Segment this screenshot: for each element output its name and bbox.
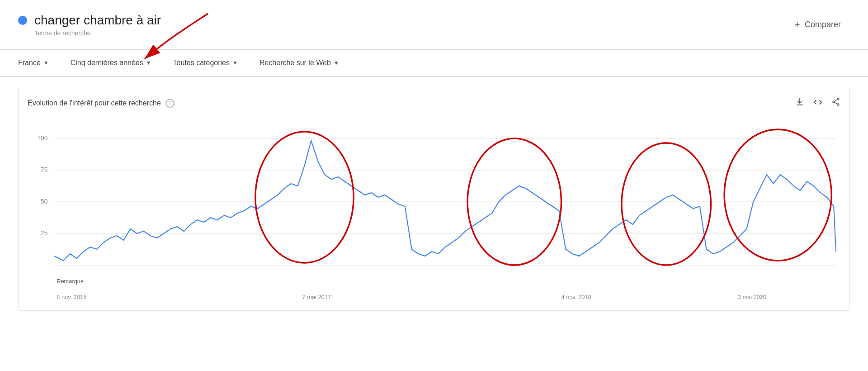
chart-header: Évolution de l'intérêt pour cette recher…	[28, 97, 840, 109]
chevron-down-icon: ▼	[43, 60, 49, 66]
chevron-down-icon: ▼	[146, 60, 151, 66]
svg-text:75: 75	[41, 166, 48, 173]
svg-text:7 mai 2017: 7 mai 2017	[302, 294, 331, 300]
compare-button[interactable]: + Comparer	[785, 14, 850, 35]
search-term-main: changer chambre à air	[34, 13, 161, 28]
download-button[interactable]	[795, 97, 804, 109]
content-section: Évolution de l'intérêt pour cette recher…	[0, 77, 868, 311]
trend-chart: 100 75 50 25 8 nov. 2015 7 mai 2017 4 no…	[28, 116, 840, 306]
svg-point-3	[833, 101, 835, 103]
chevron-down-icon: ▼	[334, 60, 339, 66]
help-icon[interactable]: ?	[165, 99, 175, 108]
svg-point-2	[837, 104, 839, 105]
compare-label: Comparer	[805, 20, 841, 29]
filter-country[interactable]: France ▼	[18, 56, 57, 70]
chart-card: Évolution de l'intérêt pour cette recher…	[18, 88, 850, 311]
chart-title-area: Évolution de l'intérêt pour cette recher…	[28, 99, 175, 108]
svg-text:50: 50	[41, 198, 48, 205]
filter-bar: France ▼ Cinq dernières années ▼ Toutes …	[0, 50, 868, 77]
filter-period-label: Cinq dernières années	[71, 59, 143, 67]
filter-category[interactable]: Toutes catégories ▼	[173, 56, 246, 70]
chart-title: Évolution de l'intérêt pour cette recher…	[28, 99, 161, 107]
svg-text:4 nov. 2018: 4 nov. 2018	[561, 294, 591, 300]
svg-text:25: 25	[41, 229, 48, 237]
svg-point-1	[837, 98, 839, 100]
embed-button[interactable]	[813, 97, 822, 109]
svg-line-5	[835, 102, 837, 104]
compare-plus-icon: +	[794, 19, 800, 31]
share-button[interactable]	[831, 97, 840, 109]
chevron-down-icon: ▼	[232, 60, 238, 66]
filter-country-label: France	[18, 59, 41, 67]
svg-text:Remarque: Remarque	[57, 278, 84, 285]
header-section: changer chambre à air Terme de recherche…	[0, 0, 868, 50]
svg-text:100: 100	[37, 134, 47, 142]
svg-line-4	[835, 100, 837, 101]
search-term-area: changer chambre à air Terme de recherche	[18, 13, 785, 37]
chart-area: 100 75 50 25 8 nov. 2015 7 mai 2017 4 no…	[28, 116, 840, 306]
filter-search-type-label: Recherche sur le Web	[259, 59, 331, 67]
search-term-text: changer chambre à air Terme de recherche	[34, 13, 161, 37]
search-term-sub: Terme de recherche	[34, 29, 161, 37]
filter-period[interactable]: Cinq dernières années ▼	[71, 56, 160, 70]
chart-actions	[795, 97, 840, 109]
svg-text:8 nov. 2015: 8 nov. 2015	[57, 294, 86, 300]
filter-search-type[interactable]: Recherche sur le Web ▼	[259, 56, 347, 70]
search-dot-indicator	[18, 16, 27, 25]
filter-category-label: Toutes catégories	[173, 59, 230, 67]
svg-text:3 mai 2020: 3 mai 2020	[738, 294, 766, 300]
